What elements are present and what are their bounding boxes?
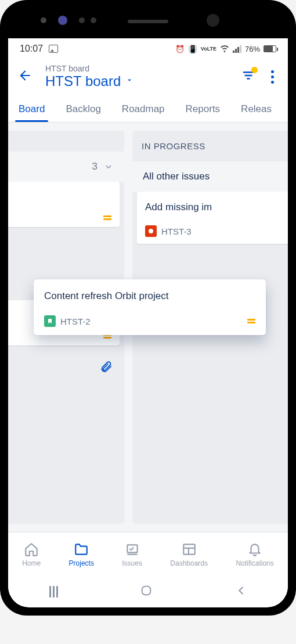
nav-notifications[interactable]: Notifications — [233, 538, 276, 571]
board-title: HTST board — [45, 73, 121, 89]
see-all-link[interactable]: e — [8, 350, 124, 386]
status-bar: 10:07 ⏰ 📳 VoLTE 76% — [8, 38, 288, 59]
screenshot-icon — [49, 45, 58, 53]
bell-icon — [247, 542, 262, 557]
back-button[interactable] — [17, 68, 33, 85]
issues-icon — [125, 542, 140, 557]
svg-point-0 — [149, 229, 153, 233]
priority-medium-icon — [247, 319, 255, 323]
issue-type-story-icon — [44, 315, 56, 327]
board-area[interactable]: ues 3 anding page — [8, 123, 288, 532]
tab-roadmap[interactable]: Roadmap — [111, 99, 175, 122]
android-back-button[interactable] — [234, 584, 247, 599]
nav-tabs: Board Backlog Roadmap Reports Releas — [8, 92, 288, 123]
nav-home[interactable]: Home — [20, 538, 43, 571]
card-title: Add missing im — [145, 201, 288, 214]
board-selector[interactable]: HTST board — [45, 73, 230, 89]
card-title: Content refresh Orbit project — [44, 290, 255, 303]
status-time: 10:07 — [20, 44, 43, 54]
swimlane-header[interactable]: ues 3 — [8, 152, 124, 182]
android-home-button[interactable] — [140, 584, 153, 599]
card-key: HTST-3 — [161, 226, 192, 236]
wifi-icon — [220, 44, 229, 55]
dashboards-icon — [182, 542, 197, 557]
swimlane-count: 3 — [92, 161, 98, 172]
column-header: IN PROGRESS 1 — [132, 131, 288, 161]
phone-frame: 10:07 ⏰ 📳 VoLTE 76% — [0, 0, 296, 616]
issue-type-bug-icon — [145, 225, 157, 237]
battery-icon — [263, 45, 276, 52]
column-status: IN PROGRESS — [142, 141, 205, 151]
nav-issues[interactable]: Issues — [120, 538, 145, 571]
vibrate-icon: 📳 — [188, 45, 197, 53]
signal-icon — [233, 45, 241, 53]
chevron-down-icon — [103, 161, 114, 172]
filter-active-badge — [251, 67, 258, 73]
attachment-icon — [100, 361, 113, 376]
tab-backlog[interactable]: Backlog — [55, 99, 111, 122]
battery-pct: 76% — [245, 45, 260, 53]
alarm-icon: ⏰ — [175, 45, 185, 53]
filter-button[interactable] — [237, 64, 259, 89]
swimlane-header[interactable]: All other issues — [132, 161, 288, 192]
priority-medium-icon — [103, 215, 111, 220]
swimlane-title: All other issues — [143, 171, 210, 182]
app-header: HTST board HTST board — [8, 59, 288, 92]
card-title: anding page — [8, 191, 111, 204]
bottom-nav: Home Projects Issues Dashboards Notifica… — [8, 532, 288, 576]
card-key: HTST-2 — [60, 316, 91, 326]
tab-releases[interactable]: Releas — [230, 99, 282, 122]
breadcrumb: HTST board — [45, 64, 230, 73]
android-recents-button[interactable] — [49, 586, 58, 598]
folder-icon — [74, 542, 89, 557]
chevron-down-icon — [125, 76, 133, 87]
tab-reports[interactable]: Reports — [175, 99, 231, 122]
home-icon — [24, 542, 39, 557]
nav-dashboards[interactable]: Dashboards — [168, 538, 210, 571]
column-header — [8, 131, 124, 152]
dragging-issue-card[interactable]: Content refresh Orbit project HTST-2 — [34, 279, 266, 335]
svg-rect-3 — [142, 587, 150, 595]
issue-card[interactable]: Add missing im HTST-3 — [137, 192, 288, 244]
nav-projects[interactable]: Projects — [67, 538, 96, 571]
issue-card[interactable]: anding page — [8, 182, 120, 227]
more-button[interactable] — [266, 66, 279, 88]
android-nav-bar — [8, 576, 288, 607]
tab-board[interactable]: Board — [8, 99, 55, 122]
volte-icon: VoLTE — [201, 46, 216, 52]
